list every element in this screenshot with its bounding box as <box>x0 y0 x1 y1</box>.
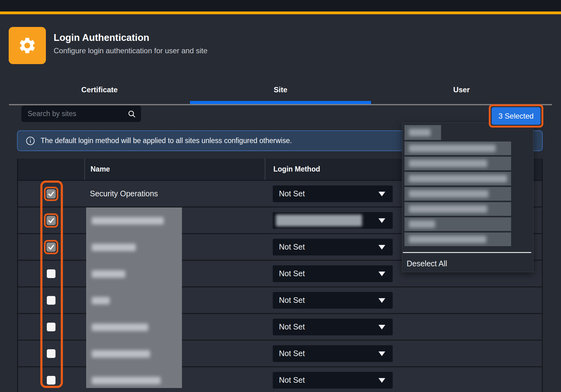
checkbox-annotation-ring <box>44 187 58 201</box>
tab-site[interactable]: Site <box>190 75 371 104</box>
login-method-value: Not Set <box>279 296 305 305</box>
login-method-value: Not Set <box>279 242 305 251</box>
row-checkbox-cell <box>18 314 84 340</box>
row-checkbox[interactable] <box>47 269 55 278</box>
redacted-value-blur <box>276 215 362 226</box>
redacted-name-bar <box>92 244 136 251</box>
redacted-dropdown-item[interactable] <box>404 217 511 231</box>
checkmark-icon <box>48 244 55 250</box>
redacted-dropdown-item[interactable] <box>404 233 511 246</box>
login-method-select[interactable]: Not Set <box>273 185 393 202</box>
redacted-dropdown-item[interactable] <box>404 202 511 216</box>
row-login-method-cell: Not Set <box>265 287 542 313</box>
row-checkbox-cell <box>18 341 84 366</box>
site-search <box>21 106 141 122</box>
gear-icon <box>18 36 37 55</box>
chevron-down-icon <box>378 378 385 383</box>
chevron-down-icon <box>378 272 385 276</box>
active-tab-indicator <box>190 101 371 104</box>
page-subtitle: Configure login authentication for user … <box>54 46 207 55</box>
row-checkbox[interactable] <box>46 189 56 198</box>
chevron-down-icon <box>378 192 385 196</box>
chevron-down-icon <box>378 218 385 223</box>
checkmark-icon <box>48 217 55 224</box>
header-name-column: Name <box>84 159 265 180</box>
login-method-value: Not Set <box>279 349 305 358</box>
login-method-select[interactable] <box>273 212 393 229</box>
redacted-names-blur-overlay <box>86 207 182 388</box>
redacted-item-text-bar <box>409 145 496 152</box>
row-checkbox[interactable] <box>46 216 56 225</box>
banner-message: The default login method will be applied… <box>41 137 292 145</box>
redacted-item-text-bar <box>409 205 487 213</box>
redacted-dropdown-item[interactable] <box>404 157 511 170</box>
redacted-name-bar <box>92 297 110 304</box>
row-checkbox-cell <box>18 367 84 392</box>
chevron-down-icon <box>378 351 385 356</box>
redacted-item-text-bar <box>409 190 488 198</box>
redacted-dropdown-item[interactable] <box>404 142 511 155</box>
tab-bar: Certificate Site User <box>9 75 552 105</box>
top-bar <box>0 0 561 11</box>
login-method-select[interactable]: Not Set <box>273 239 393 255</box>
checkbox-annotation-ring <box>44 320 58 334</box>
checkmark-icon <box>48 190 55 197</box>
login-method-select[interactable]: Not Set <box>273 292 393 309</box>
checkbox-annotation-ring <box>44 267 58 281</box>
selection-dropdown-items <box>404 125 511 248</box>
deselect-all-item[interactable]: Deselect All <box>407 257 529 270</box>
row-checkbox-cell <box>18 287 84 313</box>
chevron-down-icon <box>378 245 385 250</box>
row-login-method-cell: Not Set <box>265 314 542 340</box>
tab-certificate-label: Certificate <box>81 85 117 94</box>
redacted-dropdown-item[interactable] <box>404 172 511 185</box>
row-checkbox[interactable] <box>47 349 55 358</box>
checkbox-annotation-ring <box>44 346 58 361</box>
search-icon <box>127 110 136 118</box>
row-checkbox[interactable] <box>47 376 55 385</box>
login-method-select[interactable]: Not Set <box>273 265 393 282</box>
checkbox-annotation-ring <box>44 373 58 387</box>
accent-line <box>0 11 561 14</box>
login-method-value: Not Set <box>279 269 305 278</box>
login-method-select[interactable]: Not Set <box>273 345 393 362</box>
row-checkbox[interactable] <box>46 242 56 252</box>
login-method-value: Not Set <box>279 189 305 198</box>
tab-certificate[interactable]: Certificate <box>9 75 190 104</box>
selected-button-annotation-ring: 3 Selected <box>489 104 543 128</box>
search-input[interactable] <box>28 106 121 122</box>
login-method-value: Not Set <box>279 376 305 385</box>
row-checkbox-cell <box>18 261 84 286</box>
redacted-name-bar <box>92 350 150 358</box>
row-checkbox[interactable] <box>47 323 55 331</box>
redacted-item-text-bar <box>409 236 486 243</box>
tab-user-label: User <box>453 85 470 94</box>
redacted-name-bar <box>92 217 164 224</box>
selection-dropdown-panel: Deselect All <box>402 123 533 272</box>
selected-count-button[interactable]: 3 Selected <box>492 107 541 125</box>
row-login-method-cell: Not Set <box>265 341 542 366</box>
row-checkbox[interactable] <box>47 296 55 305</box>
login-method-select[interactable]: Not Set <box>273 372 393 389</box>
row-checkbox-cell <box>18 207 84 233</box>
redacted-item-text-bar <box>409 175 507 182</box>
header-checkbox-column <box>18 159 84 180</box>
row-checkbox-cell <box>18 181 84 207</box>
page-title: Login Authentication <box>54 32 149 43</box>
row-name-cell: Security Operations <box>84 181 265 207</box>
redacted-name-bar <box>92 270 125 278</box>
redacted-item-text-bar <box>409 160 487 167</box>
redacted-name-bar <box>92 377 161 384</box>
login-method-select[interactable]: Not Set <box>273 319 393 335</box>
tab-user[interactable]: User <box>371 75 552 104</box>
settings-icon-tile <box>9 27 46 64</box>
redacted-dropdown-item[interactable] <box>404 125 441 140</box>
checkbox-annotation-ring <box>44 293 58 307</box>
site-name: Security Operations <box>90 189 158 198</box>
checkbox-annotation-ring <box>44 213 58 228</box>
redacted-item-text-bar <box>409 129 431 136</box>
chevron-down-icon <box>378 298 385 303</box>
dropdown-separator <box>403 252 531 253</box>
redacted-dropdown-item[interactable] <box>404 187 511 201</box>
tab-site-label: Site <box>274 85 287 94</box>
